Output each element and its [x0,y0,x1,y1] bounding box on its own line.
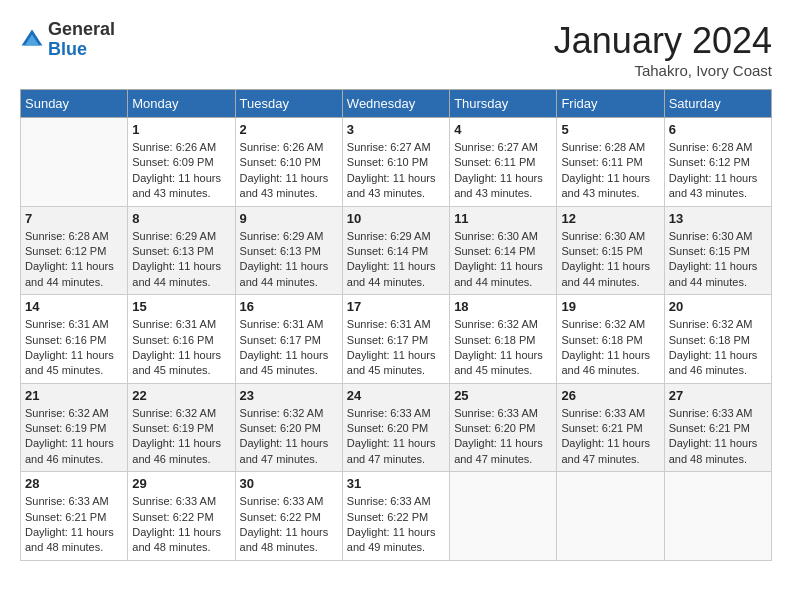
daylight-text: Daylight: 11 hours and 47 minutes. [454,436,552,467]
daylight-text: Daylight: 11 hours and 44 minutes. [669,259,767,290]
day-info: Sunrise: 6:31 AMSunset: 6:17 PMDaylight:… [240,317,338,379]
sunset-text: Sunset: 6:13 PM [240,244,338,259]
weekday-header-sunday: Sunday [21,90,128,118]
sunset-text: Sunset: 6:11 PM [454,155,552,170]
daylight-text: Daylight: 11 hours and 43 minutes. [132,171,230,202]
sunrise-text: Sunrise: 6:30 AM [561,229,659,244]
day-number: 5 [561,122,659,137]
daylight-text: Daylight: 11 hours and 45 minutes. [132,348,230,379]
day-info: Sunrise: 6:33 AMSunset: 6:21 PMDaylight:… [561,406,659,468]
daylight-text: Daylight: 11 hours and 45 minutes. [25,348,123,379]
day-number: 20 [669,299,767,314]
sunrise-text: Sunrise: 6:26 AM [240,140,338,155]
day-info: Sunrise: 6:27 AMSunset: 6:11 PMDaylight:… [454,140,552,202]
weekday-header-saturday: Saturday [664,90,771,118]
calendar-cell: 11Sunrise: 6:30 AMSunset: 6:14 PMDayligh… [450,206,557,295]
daylight-text: Daylight: 11 hours and 44 minutes. [561,259,659,290]
calendar-cell: 14Sunrise: 6:31 AMSunset: 6:16 PMDayligh… [21,295,128,384]
sunrise-text: Sunrise: 6:32 AM [132,406,230,421]
daylight-text: Daylight: 11 hours and 45 minutes. [347,348,445,379]
calendar-cell: 22Sunrise: 6:32 AMSunset: 6:19 PMDayligh… [128,383,235,472]
sunrise-text: Sunrise: 6:29 AM [347,229,445,244]
day-number: 6 [669,122,767,137]
sunrise-text: Sunrise: 6:30 AM [669,229,767,244]
day-info: Sunrise: 6:29 AMSunset: 6:14 PMDaylight:… [347,229,445,291]
calendar-cell: 26Sunrise: 6:33 AMSunset: 6:21 PMDayligh… [557,383,664,472]
sunset-text: Sunset: 6:09 PM [132,155,230,170]
sunrise-text: Sunrise: 6:31 AM [347,317,445,332]
day-info: Sunrise: 6:28 AMSunset: 6:12 PMDaylight:… [25,229,123,291]
sunrise-text: Sunrise: 6:28 AM [669,140,767,155]
day-number: 22 [132,388,230,403]
day-number: 24 [347,388,445,403]
sunset-text: Sunset: 6:10 PM [347,155,445,170]
calendar-cell: 8Sunrise: 6:29 AMSunset: 6:13 PMDaylight… [128,206,235,295]
sunrise-text: Sunrise: 6:32 AM [561,317,659,332]
calendar-cell: 27Sunrise: 6:33 AMSunset: 6:21 PMDayligh… [664,383,771,472]
day-info: Sunrise: 6:31 AMSunset: 6:16 PMDaylight:… [132,317,230,379]
sunrise-text: Sunrise: 6:32 AM [454,317,552,332]
sunrise-text: Sunrise: 6:33 AM [669,406,767,421]
day-number: 18 [454,299,552,314]
weekday-header-monday: Monday [128,90,235,118]
day-info: Sunrise: 6:32 AMSunset: 6:18 PMDaylight:… [561,317,659,379]
day-number: 29 [132,476,230,491]
sunrise-text: Sunrise: 6:33 AM [132,494,230,509]
day-info: Sunrise: 6:33 AMSunset: 6:21 PMDaylight:… [25,494,123,556]
sunrise-text: Sunrise: 6:28 AM [561,140,659,155]
calendar-cell: 10Sunrise: 6:29 AMSunset: 6:14 PMDayligh… [342,206,449,295]
calendar-cell: 19Sunrise: 6:32 AMSunset: 6:18 PMDayligh… [557,295,664,384]
sunrise-text: Sunrise: 6:29 AM [240,229,338,244]
calendar-week-row: 28Sunrise: 6:33 AMSunset: 6:21 PMDayligh… [21,472,772,561]
sunset-text: Sunset: 6:19 PM [25,421,123,436]
sunset-text: Sunset: 6:10 PM [240,155,338,170]
day-number: 14 [25,299,123,314]
daylight-text: Daylight: 11 hours and 48 minutes. [25,525,123,556]
calendar-cell: 15Sunrise: 6:31 AMSunset: 6:16 PMDayligh… [128,295,235,384]
sunset-text: Sunset: 6:21 PM [25,510,123,525]
sunrise-text: Sunrise: 6:27 AM [454,140,552,155]
calendar-cell: 30Sunrise: 6:33 AMSunset: 6:22 PMDayligh… [235,472,342,561]
daylight-text: Daylight: 11 hours and 48 minutes. [132,525,230,556]
calendar-cell: 25Sunrise: 6:33 AMSunset: 6:20 PMDayligh… [450,383,557,472]
day-info: Sunrise: 6:32 AMSunset: 6:18 PMDaylight:… [669,317,767,379]
daylight-text: Daylight: 11 hours and 43 minutes. [347,171,445,202]
sunset-text: Sunset: 6:17 PM [347,333,445,348]
calendar-cell: 20Sunrise: 6:32 AMSunset: 6:18 PMDayligh… [664,295,771,384]
sunset-text: Sunset: 6:14 PM [347,244,445,259]
day-info: Sunrise: 6:33 AMSunset: 6:22 PMDaylight:… [132,494,230,556]
sunrise-text: Sunrise: 6:31 AM [240,317,338,332]
sunrise-text: Sunrise: 6:31 AM [25,317,123,332]
sunset-text: Sunset: 6:16 PM [132,333,230,348]
day-number: 25 [454,388,552,403]
sunset-text: Sunset: 6:21 PM [561,421,659,436]
calendar-cell: 1Sunrise: 6:26 AMSunset: 6:09 PMDaylight… [128,118,235,207]
daylight-text: Daylight: 11 hours and 43 minutes. [561,171,659,202]
weekday-header-thursday: Thursday [450,90,557,118]
daylight-text: Daylight: 11 hours and 47 minutes. [240,436,338,467]
calendar-cell [21,118,128,207]
daylight-text: Daylight: 11 hours and 48 minutes. [240,525,338,556]
day-info: Sunrise: 6:31 AMSunset: 6:16 PMDaylight:… [25,317,123,379]
daylight-text: Daylight: 11 hours and 43 minutes. [669,171,767,202]
day-number: 10 [347,211,445,226]
day-number: 28 [25,476,123,491]
day-number: 26 [561,388,659,403]
calendar-cell [450,472,557,561]
logo-text: General Blue [48,20,115,60]
calendar-cell: 21Sunrise: 6:32 AMSunset: 6:19 PMDayligh… [21,383,128,472]
sunrise-text: Sunrise: 6:29 AM [132,229,230,244]
sunrise-text: Sunrise: 6:32 AM [669,317,767,332]
daylight-text: Daylight: 11 hours and 46 minutes. [132,436,230,467]
sunrise-text: Sunrise: 6:33 AM [454,406,552,421]
calendar-cell [664,472,771,561]
calendar-week-row: 21Sunrise: 6:32 AMSunset: 6:19 PMDayligh… [21,383,772,472]
day-info: Sunrise: 6:30 AMSunset: 6:14 PMDaylight:… [454,229,552,291]
sunset-text: Sunset: 6:21 PM [669,421,767,436]
calendar-cell: 3Sunrise: 6:27 AMSunset: 6:10 PMDaylight… [342,118,449,207]
sunset-text: Sunset: 6:16 PM [25,333,123,348]
day-number: 11 [454,211,552,226]
day-info: Sunrise: 6:30 AMSunset: 6:15 PMDaylight:… [669,229,767,291]
calendar-cell: 2Sunrise: 6:26 AMSunset: 6:10 PMDaylight… [235,118,342,207]
sunset-text: Sunset: 6:18 PM [669,333,767,348]
